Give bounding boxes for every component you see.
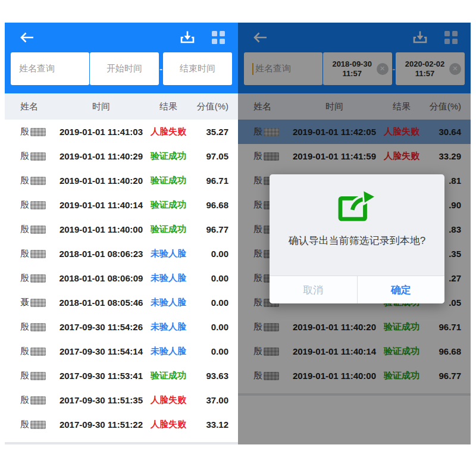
- redacted-name-blur: [30, 396, 46, 405]
- grid-view-button[interactable]: [212, 31, 225, 44]
- person-name: 殷: [20, 175, 29, 186]
- record-score: 96.77: [193, 224, 238, 234]
- person-name: 殷: [20, 224, 29, 235]
- grid-icon: [212, 31, 225, 44]
- dialog-button-row: 取消 确定: [270, 275, 444, 303]
- person-name: 殷: [20, 273, 29, 284]
- person-name: 殷: [20, 370, 29, 381]
- person-name: 殷: [20, 248, 29, 259]
- left-table-header: 姓名 时间 结果 分值(%): [5, 93, 238, 120]
- record-score: 0.00: [193, 249, 238, 259]
- person-name-cell: 殷: [5, 126, 58, 137]
- record-result: 人脸失败: [144, 394, 193, 406]
- table-row[interactable]: 殷 2019-01-01 11:40:14 验证成功 96.68: [5, 193, 238, 217]
- person-name: 聂: [20, 297, 29, 308]
- person-name-cell: 殷: [5, 273, 58, 284]
- table-row[interactable]: 殷 2018-01-01 08:06:23 未验人脸 0.00: [5, 242, 238, 266]
- left-toolbar: [5, 23, 238, 52]
- table-row[interactable]: 殷 2017-09-30 11:51:22 人脸失败 33.12: [5, 412, 238, 437]
- table-row[interactable]: 殷 2017-09-30 11:51:35 人脸失败 37.00: [5, 388, 238, 412]
- record-score: 0.00: [193, 322, 238, 332]
- start-time-placeholder: 开始时间: [107, 63, 142, 74]
- person-name-cell: 殷: [5, 175, 58, 186]
- record-time: 2018-01-01 08:06:23: [58, 249, 144, 259]
- record-score: 37.00: [193, 395, 238, 405]
- record-time: 2019-01-01 11:40:29: [58, 151, 144, 161]
- record-result: 验证成功: [144, 175, 193, 186]
- redacted-name-blur: [30, 299, 46, 307]
- record-score: 35.27: [193, 127, 238, 137]
- table-row[interactable]: 殷 2017-09-30 11:54:14 未验人脸 0.00: [5, 339, 238, 364]
- redacted-name-blur: [30, 177, 46, 185]
- person-name-cell: 殷: [5, 248, 58, 259]
- record-score: 96.68: [193, 200, 238, 210]
- redacted-name-blur: [30, 323, 46, 331]
- dialog-message: 确认导出当前筛选记录到本地?: [289, 234, 425, 248]
- record-time: 2017-09-30 11:51:35: [58, 395, 144, 405]
- table-row[interactable]: 殷 2019-01-01 11:40:20 验证成功 96.71: [5, 168, 238, 193]
- dialog-body: 确认导出当前筛选记录到本地?: [270, 174, 444, 275]
- record-result: 人脸失败: [144, 126, 193, 137]
- person-name: 殷: [20, 199, 29, 211]
- table-row[interactable]: 殷 2019-01-01 11:40:00 验证成功 96.77: [5, 217, 238, 242]
- record-result: 未验人脸: [144, 297, 193, 308]
- record-time: 2017-09-30 11:54:14: [58, 346, 144, 356]
- person-name: 殷: [20, 419, 29, 430]
- record-time: 2018-01-01 08:05:46: [58, 298, 144, 308]
- name-search-placeholder: 姓名查询: [19, 63, 55, 74]
- record-score: 33.12: [193, 419, 238, 430]
- table-row[interactable]: 殷 2019-01-01 11:41:03 人脸失败 35.27: [5, 120, 238, 144]
- person-name: 殷: [20, 321, 29, 333]
- record-score: 0.00: [193, 298, 238, 308]
- export-confirm-dialog: 确认导出当前筛选记录到本地? 取消 确定: [270, 174, 444, 303]
- confirm-button[interactable]: 确定: [357, 276, 445, 303]
- person-name-cell: 殷: [5, 370, 58, 381]
- record-result: 未验人脸: [144, 248, 193, 259]
- table-row[interactable]: 殷 2019-01-01 11:40:29 验证成功 97.05: [5, 144, 238, 168]
- redacted-name-blur: [30, 152, 46, 161]
- cancel-button[interactable]: 取消: [270, 276, 357, 303]
- redacted-name-blur: [30, 274, 46, 283]
- back-arrow-icon: [18, 30, 36, 45]
- record-result: 验证成功: [144, 370, 193, 381]
- person-name-cell: 殷: [5, 346, 58, 357]
- record-score: 0.00: [193, 273, 238, 283]
- export-download-button[interactable]: [180, 30, 195, 45]
- person-name-cell: 殷: [5, 151, 58, 162]
- table-row[interactable]: 聂 2018-01-01 08:05:46 未验人脸 0.00: [5, 290, 238, 315]
- table-row[interactable]: 殷 2017-09-30 11:53:41 验证成功 93.63: [5, 364, 238, 388]
- person-name: 殷: [20, 151, 29, 162]
- left-filter-bar: 姓名查询 开始时间 - 结束时间: [5, 52, 238, 85]
- person-name: 殷: [20, 346, 29, 357]
- redacted-name-blur: [30, 226, 46, 234]
- record-result: 人脸失败: [144, 419, 193, 430]
- record-score: 0.00: [193, 346, 238, 356]
- record-result: 验证成功: [144, 199, 193, 211]
- record-result: 未验人脸: [144, 273, 193, 284]
- table-row[interactable]: 殷 2017-09-30 11:54:26 未验人脸 0.00: [5, 315, 238, 339]
- table-row[interactable]: 殷 2018-01-01 08:06:09 未验人脸 0.00: [5, 266, 238, 290]
- start-time-input[interactable]: 开始时间: [90, 52, 159, 85]
- record-time: 2019-01-01 11:40:00: [58, 224, 144, 234]
- person-name-cell: 殷: [5, 394, 58, 406]
- person-name-cell: 殷: [5, 419, 58, 430]
- record-result: 验证成功: [144, 224, 193, 235]
- record-time: 2019-01-01 11:40:14: [58, 200, 144, 210]
- header-name: 姓名: [5, 101, 58, 112]
- redacted-name-blur: [30, 250, 46, 258]
- records-list-screen: 姓名查询 开始时间 - 结束时间 姓名 时间 结果 分值(%) 殷 2019-0…: [5, 23, 238, 444]
- person-name-cell: 聂: [5, 297, 58, 308]
- redacted-name-blur: [30, 372, 46, 380]
- record-result: 未验人脸: [144, 346, 193, 357]
- end-time-input[interactable]: 结束时间: [163, 52, 232, 85]
- redacted-name-blur: [30, 128, 46, 136]
- back-button[interactable]: [18, 30, 36, 45]
- name-search-input[interactable]: 姓名查询: [11, 52, 89, 85]
- header-time: 时间: [58, 101, 144, 112]
- record-score: 97.05: [193, 151, 238, 161]
- left-record-list: 殷 2019-01-01 11:41:03 人脸失败 35.27 殷 2019-…: [5, 120, 238, 437]
- person-name: 殷: [20, 394, 29, 406]
- redacted-name-blur: [30, 347, 46, 356]
- export-icon: [338, 189, 376, 222]
- end-time-placeholder: 结束时间: [180, 63, 215, 74]
